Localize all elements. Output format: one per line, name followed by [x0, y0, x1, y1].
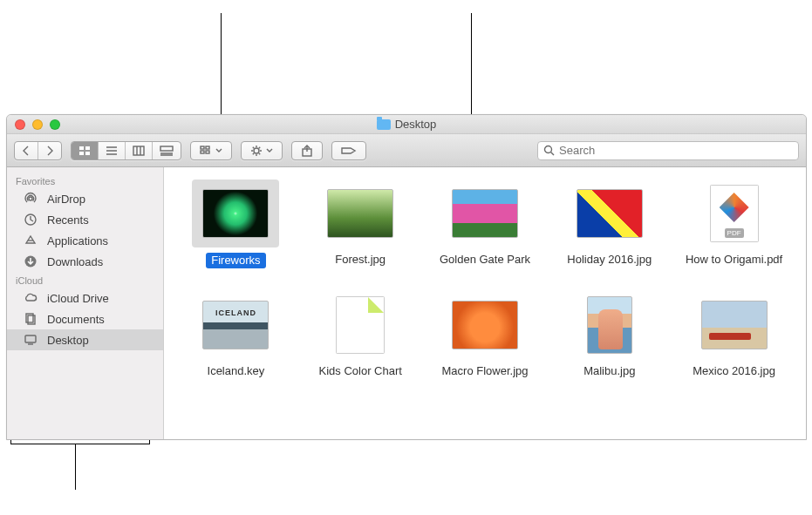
- svg-point-30: [29, 197, 32, 200]
- sidebar-item-label: Applications: [47, 234, 108, 247]
- search-icon: [543, 145, 555, 156]
- sidebar-item-label: Downloads: [47, 255, 103, 268]
- window-controls: [15, 119, 60, 130]
- sidebar: Favorites AirDrop Recents Applications D…: [7, 167, 164, 439]
- downloads-icon: [23, 254, 38, 269]
- file-item[interactable]: Fireworks: [178, 180, 294, 268]
- svg-line-24: [253, 152, 254, 153]
- view-switcher: [71, 141, 181, 160]
- svg-line-29: [551, 152, 555, 156]
- file-label: Holiday 2016.jpg: [567, 253, 652, 267]
- sidebar-item-desktop[interactable]: Desktop: [7, 329, 163, 350]
- file-item[interactable]: PDF Kids Color Chart: [303, 291, 419, 378]
- svg-rect-13: [201, 146, 204, 149]
- svg-rect-2: [79, 152, 84, 155]
- svg-point-17: [254, 148, 259, 153]
- window-title: Desktop: [7, 118, 806, 131]
- icloud-icon: [23, 290, 38, 306]
- svg-rect-10: [160, 146, 173, 151]
- svg-line-25: [259, 146, 260, 147]
- file-label: Iceland.key: [208, 364, 265, 378]
- file-thumbnail: [192, 291, 279, 359]
- sidebar-item-downloads[interactable]: Downloads: [7, 251, 163, 272]
- file-item[interactable]: Malibu.jpg: [551, 291, 667, 378]
- desktop-icon: [23, 332, 38, 348]
- close-button[interactable]: [15, 119, 25, 130]
- sidebar-item-label: Desktop: [47, 334, 89, 347]
- file-label: Forest.jpg: [335, 253, 386, 267]
- window-body: Favorites AirDrop Recents Applications D…: [7, 167, 806, 439]
- file-item[interactable]: Holiday 2016.jpg: [551, 180, 667, 268]
- grid: Fireworks Forest.jpg Golden Gate Park Ho…: [178, 180, 792, 379]
- sidebar-header-icloud: iCloud: [7, 272, 163, 288]
- svg-point-28: [545, 146, 552, 153]
- svg-line-23: [259, 152, 260, 153]
- sidebar-item-label: Recents: [47, 213, 89, 227]
- file-grid: Fireworks Forest.jpg Golden Gate Park Ho…: [164, 167, 806, 439]
- file-label: Fireworks: [206, 253, 265, 268]
- file-thumbnail: [566, 180, 653, 247]
- file-thumbnail: [566, 291, 653, 359]
- applications-icon: [23, 233, 38, 248]
- sidebar-item-documents[interactable]: Documents: [7, 308, 163, 329]
- file-label: Macro Flower.jpg: [442, 364, 529, 378]
- file-label: Mexico 2016.jpg: [693, 364, 775, 378]
- sidebar-item-airdrop[interactable]: AirDrop: [7, 188, 163, 209]
- column-view-button[interactable]: [126, 142, 153, 159]
- sidebar-item-label: iCloud Drive: [47, 292, 109, 305]
- arrange-button[interactable]: [190, 141, 232, 160]
- coverflow-view-button[interactable]: [153, 142, 181, 159]
- file-thumbnail: [317, 180, 404, 247]
- file-thumbnail: [441, 180, 529, 247]
- action-button[interactable]: [241, 141, 283, 160]
- tags-button[interactable]: [331, 141, 366, 160]
- minimize-button[interactable]: [32, 119, 43, 130]
- callout-line: [75, 444, 76, 490]
- file-label: Golden Gate Park: [440, 253, 530, 267]
- svg-rect-7: [133, 146, 144, 155]
- svg-rect-3: [85, 152, 90, 155]
- sidebar-header-favorites: Favorites: [7, 173, 163, 188]
- file-item[interactable]: Golden Gate Park: [427, 180, 543, 268]
- svg-rect-15: [201, 151, 204, 153]
- documents-icon: [23, 311, 38, 327]
- svg-rect-1: [85, 146, 90, 150]
- nav-buttons: [14, 141, 62, 160]
- sidebar-item-label: AirDrop: [47, 193, 85, 206]
- search-input[interactable]: [559, 144, 793, 157]
- search-field[interactable]: [537, 141, 799, 160]
- callout-line: [471, 13, 472, 115]
- file-thumbnail: [691, 291, 778, 359]
- recents-icon: [23, 212, 38, 227]
- sidebar-item-applications[interactable]: Applications: [7, 230, 163, 251]
- icon-view-button[interactable]: [72, 142, 99, 159]
- finder-window: Desktop: [6, 114, 807, 440]
- callout-line: [221, 13, 222, 115]
- sidebar-item-icloud-drive[interactable]: iCloud Drive: [7, 288, 163, 308]
- svg-rect-14: [206, 146, 209, 149]
- file-item[interactable]: Iceland.key: [178, 291, 294, 378]
- file-thumbnail: [192, 180, 279, 247]
- svg-line-22: [253, 146, 254, 147]
- file-label: How to Origami.pdf: [686, 253, 782, 267]
- sidebar-item-recents[interactable]: Recents: [7, 209, 163, 230]
- svg-rect-36: [25, 335, 36, 342]
- file-item[interactable]: Forest.jpg: [303, 180, 419, 268]
- fullscreen-button[interactable]: [50, 119, 60, 130]
- file-label: Malibu.jpg: [583, 364, 635, 378]
- file-item[interactable]: PDF How to Origami.pdf: [676, 180, 792, 268]
- titlebar[interactable]: Desktop: [7, 115, 806, 134]
- folder-icon: [377, 119, 391, 130]
- share-button[interactable]: [291, 141, 323, 160]
- svg-rect-16: [206, 151, 209, 153]
- file-item[interactable]: Macro Flower.jpg: [427, 291, 543, 378]
- file-thumbnail: [441, 291, 529, 359]
- forward-button[interactable]: [38, 142, 61, 159]
- svg-rect-0: [79, 146, 84, 150]
- file-item[interactable]: Mexico 2016.jpg: [676, 291, 792, 378]
- file-label: Kids Color Chart: [319, 364, 402, 378]
- toolbar: [7, 134, 806, 167]
- callout-line: [10, 444, 150, 444]
- back-button[interactable]: [15, 142, 38, 159]
- list-view-button[interactable]: [99, 142, 126, 159]
